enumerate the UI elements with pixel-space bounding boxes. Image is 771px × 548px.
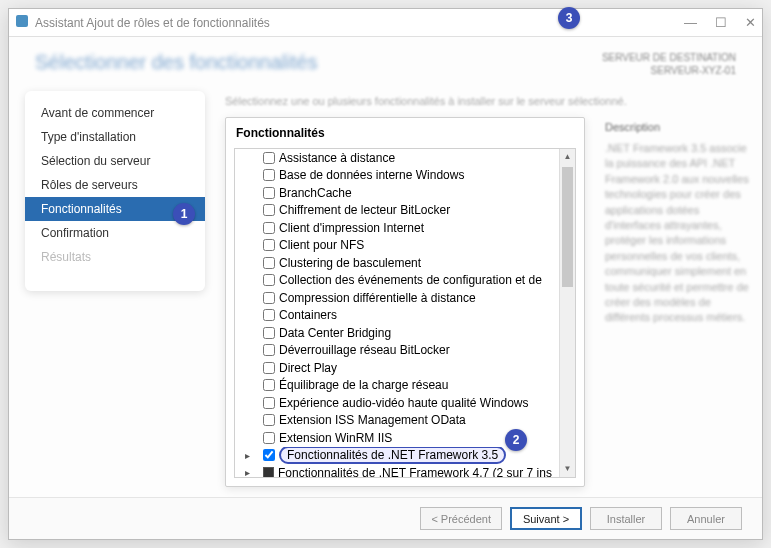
feature-label: Fonctionnalités de .NET Framework 3.5 — [287, 448, 498, 462]
feature-checkbox[interactable] — [263, 292, 275, 304]
feature-label: BranchCache — [279, 186, 352, 200]
feature-row[interactable]: Containers — [235, 307, 575, 325]
body: Avant de commencer Type d'installation S… — [9, 85, 762, 497]
feature-row[interactable]: Collection des événements de configurati… — [235, 272, 575, 290]
previous-button[interactable]: < Précédent — [420, 507, 502, 530]
feature-checkbox-partial[interactable] — [263, 467, 274, 478]
feature-row[interactable]: Direct Play — [235, 359, 575, 377]
feature-row[interactable]: ▸Fonctionnalités de .NET Framework 3.5 — [235, 447, 575, 465]
feature-checkbox[interactable] — [263, 379, 275, 391]
feature-label: Extension WinRM IIS — [279, 431, 392, 445]
feature-checkbox[interactable] — [263, 344, 275, 356]
features-panel-title: Fonctionnalités — [226, 118, 584, 144]
minimize-button[interactable]: — — [684, 15, 697, 30]
feature-label: Déverrouillage réseau BitLocker — [279, 343, 450, 357]
page-heading: Sélectionner des fonctionnalités — [35, 51, 317, 74]
feature-label: Client pour NFS — [279, 238, 364, 252]
nav-confirmation[interactable]: Confirmation — [25, 221, 205, 245]
feature-row[interactable]: ▸Fonctionnalités de .NET Framework 4.7 (… — [235, 464, 575, 478]
feature-checkbox[interactable] — [263, 152, 275, 164]
feature-label: Direct Play — [279, 361, 337, 375]
feature-label: Chiffrement de lecteur BitLocker — [279, 203, 450, 217]
feature-checkbox[interactable] — [263, 309, 275, 321]
wizard-nav: Avant de commencer Type d'installation S… — [25, 91, 205, 291]
feature-label: Clustering de basculement — [279, 256, 421, 270]
expand-icon[interactable]: ▸ — [245, 467, 250, 478]
nav-type-installation[interactable]: Type d'installation — [25, 125, 205, 149]
wizard-window: Assistant Ajout de rôles et de fonctionn… — [8, 8, 763, 540]
feature-checkbox[interactable] — [263, 222, 275, 234]
svg-rect-0 — [16, 15, 28, 27]
feature-checkbox[interactable] — [263, 257, 275, 269]
feature-row[interactable]: Clustering de basculement — [235, 254, 575, 272]
feature-checkbox[interactable] — [263, 204, 275, 216]
feature-label: Compression différentielle à distance — [279, 291, 476, 305]
content: Sélectionnez une ou plusieurs fonctionna… — [205, 85, 762, 497]
feature-row[interactable]: Assistance à distance — [235, 149, 575, 167]
feature-label: Équilibrage de la charge réseau — [279, 378, 448, 392]
feature-label: Client d'impression Internet — [279, 221, 424, 235]
scroll-up-icon[interactable]: ▲ — [560, 149, 575, 165]
intro-text: Sélectionnez une ou plusieurs fonctionna… — [225, 95, 752, 107]
feature-label: Assistance à distance — [279, 151, 395, 165]
window-title: Assistant Ajout de rôles et de fonctionn… — [35, 16, 684, 30]
features-list: Assistance à distanceBase de données int… — [234, 148, 576, 478]
feature-label: Expérience audio-vidéo haute qualité Win… — [279, 396, 529, 410]
titlebar: Assistant Ajout de rôles et de fonctionn… — [9, 9, 762, 37]
scroll-thumb[interactable] — [562, 167, 573, 287]
feature-checkbox[interactable] — [263, 327, 275, 339]
feature-checkbox[interactable] — [263, 169, 275, 181]
next-button[interactable]: Suivant > — [510, 507, 582, 530]
feature-checkbox[interactable] — [263, 397, 275, 409]
feature-label: Collection des événements de configurati… — [279, 273, 542, 287]
nav-resultats: Résultats — [25, 245, 205, 269]
nav-selection-serveur[interactable]: Sélection du serveur — [25, 149, 205, 173]
expand-icon[interactable]: ▸ — [245, 450, 250, 461]
callout-3: 3 — [558, 7, 580, 29]
header: Sélectionner des fonctionnalités SERVEUR… — [9, 37, 762, 85]
nav-roles-serveurs[interactable]: Rôles de serveurs — [25, 173, 205, 197]
feature-row[interactable]: Client d'impression Internet — [235, 219, 575, 237]
app-icon — [15, 14, 29, 31]
feature-row[interactable]: Chiffrement de lecteur BitLocker — [235, 202, 575, 220]
cancel-button[interactable]: Annuler — [670, 507, 742, 530]
feature-checkbox[interactable] — [263, 432, 275, 444]
feature-checkbox[interactable] — [263, 239, 275, 251]
footer: < Précédent Suivant > Installer Annuler … — [9, 497, 762, 539]
feature-row[interactable]: BranchCache — [235, 184, 575, 202]
description-body: .NET Framework 3.5 associe la puissance … — [605, 141, 755, 326]
callout-2: 2 — [505, 429, 527, 451]
features-panel: Fonctionnalités Assistance à distanceBas… — [225, 117, 585, 487]
feature-checkbox[interactable] — [263, 187, 275, 199]
install-button: Installer — [590, 507, 662, 530]
feature-row[interactable]: Expérience audio-vidéo haute qualité Win… — [235, 394, 575, 412]
maximize-button[interactable]: ☐ — [715, 15, 727, 30]
description-panel: Description .NET Framework 3.5 associe l… — [605, 121, 755, 326]
feature-label: Containers — [279, 308, 337, 322]
feature-row[interactable]: Data Center Bridging — [235, 324, 575, 342]
feature-checkbox[interactable] — [263, 362, 275, 374]
destination-meta: SERVEUR DE DESTINATION SERVEUR-XYZ-01 — [602, 51, 736, 77]
feature-row[interactable]: Équilibrage de la charge réseau — [235, 377, 575, 395]
scrollbar[interactable]: ▲ ▼ — [559, 149, 575, 477]
feature-checkbox[interactable] — [263, 449, 275, 461]
feature-row[interactable]: Client pour NFS — [235, 237, 575, 255]
feature-label: Data Center Bridging — [279, 326, 391, 340]
feature-checkbox[interactable] — [263, 274, 275, 286]
callout-1: 1 — [173, 203, 195, 225]
nav-avant-de-commencer[interactable]: Avant de commencer — [25, 101, 205, 125]
close-button[interactable]: ✕ — [745, 15, 756, 30]
feature-row[interactable]: Compression différentielle à distance — [235, 289, 575, 307]
feature-row[interactable]: Extension ISS Management OData — [235, 412, 575, 430]
feature-label: Fonctionnalités de .NET Framework 4.7 (2… — [278, 466, 552, 478]
feature-row[interactable]: Déverrouillage réseau BitLocker — [235, 342, 575, 360]
window-controls: — ☐ ✕ — [684, 15, 756, 30]
feature-label: Extension ISS Management OData — [279, 413, 466, 427]
feature-label: Base de données interne Windows — [279, 168, 464, 182]
scroll-down-icon[interactable]: ▼ — [560, 461, 575, 477]
description-title: Description — [605, 121, 755, 133]
feature-checkbox[interactable] — [263, 414, 275, 426]
feature-row[interactable]: Base de données interne Windows — [235, 167, 575, 185]
